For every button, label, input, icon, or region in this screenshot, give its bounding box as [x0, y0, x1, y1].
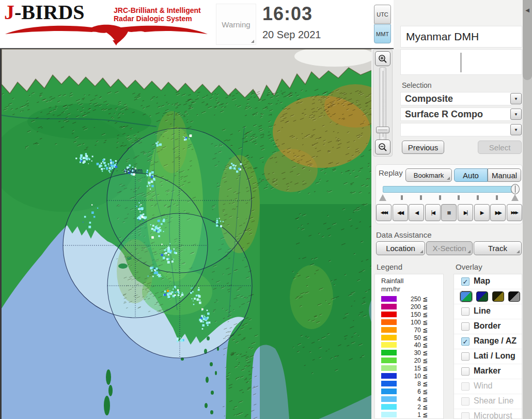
legend-color-swatch: [381, 335, 397, 340]
map-scheme-swatch-1[interactable]: [460, 291, 472, 302]
legend-operator: ≦: [423, 327, 428, 334]
overlay-item-label: Map: [474, 276, 490, 286]
button-label: Track: [488, 244, 507, 253]
zoom-in-button[interactable]: [375, 51, 390, 66]
step-forward-button[interactable]: ▶|: [458, 204, 473, 221]
legend-color-swatch: [381, 312, 397, 317]
header-bar: J-BIRDS JRC-Brilliant & Intelligent Rada…: [0, 0, 394, 49]
line-checkbox[interactable]: [461, 307, 470, 316]
forward-button[interactable]: ▶▶: [490, 204, 506, 221]
overlay-row: ✓Map: [454, 274, 522, 289]
panel-collapse-tab[interactable]: ◀: [523, 0, 532, 80]
selection-field-3-dropdown[interactable]: ▼: [510, 124, 522, 135]
overlay-panel: ✓MapLineBorder✓Range / AZLati / LongMark…: [453, 274, 522, 419]
overlay-row: Shear Line: [454, 394, 522, 409]
warning-button[interactable]: Warning: [216, 4, 256, 45]
zoom-out-button[interactable]: [375, 139, 390, 154]
selection-field-3[interactable]: [400, 123, 522, 136]
overlay-item-label: Wind: [474, 381, 492, 391]
overlay-row: Microburst: [454, 409, 522, 419]
legend-value: 30: [398, 349, 421, 356]
play-backward-button[interactable]: ◀: [409, 204, 424, 221]
slider-tick: [496, 195, 498, 200]
forward-fast-button[interactable]: ▶▶▶: [507, 204, 522, 221]
stop-button[interactable]: ■: [441, 204, 457, 221]
legend-value: 8: [398, 380, 421, 387]
overlay-row: ✓Range / AZ: [454, 334, 522, 349]
selection-field-1-dropdown[interactable]: ▼: [510, 93, 522, 104]
replay-slider-track[interactable]: [383, 186, 516, 193]
bookmark-button[interactable]: Bookmark: [405, 168, 452, 182]
legend-operator: ≦: [423, 319, 428, 326]
legend-value: 40: [398, 342, 421, 349]
eagle-icon: [4, 23, 209, 45]
map-color-scheme-row: [454, 289, 522, 304]
zoom-slider-handle[interactable]: [376, 127, 389, 133]
replay-slider-handle[interactable]: [511, 184, 520, 194]
station-name: Myanmar DMH: [400, 26, 522, 48]
track-button[interactable]: Track: [474, 241, 522, 255]
legend-title: Legend: [377, 262, 402, 271]
utc-button[interactable]: UTC: [374, 5, 391, 24]
legend-row: 2≦: [375, 403, 443, 411]
range-az-checkbox[interactable]: ✓: [461, 337, 470, 346]
legend-value: 2: [398, 404, 421, 411]
timezone-toggle: UTC MMT: [374, 5, 391, 44]
select-button[interactable]: Select: [478, 141, 522, 154]
legend-row: 250≦: [375, 295, 443, 303]
legend-operator: ≦: [423, 380, 428, 387]
legend-value: 6: [398, 388, 421, 395]
slider-start-marker[interactable]: [379, 194, 386, 201]
legend-value: 250: [398, 296, 421, 303]
legend-value: 4: [398, 396, 421, 403]
legend-operator: ≦: [423, 388, 428, 395]
map-scheme-swatch-2[interactable]: [476, 291, 488, 302]
selection-field-2[interactable]: Surface R Compo: [400, 107, 522, 121]
legend-row: 10≦: [375, 372, 443, 380]
legend-row: 20≦: [375, 356, 443, 364]
legend-color-swatch: [381, 389, 397, 394]
legend-operator: ≦: [423, 311, 428, 318]
previous-button[interactable]: Previous: [402, 141, 444, 154]
overlay-item-label: Range / AZ: [474, 336, 517, 346]
warning-label: Warning: [222, 20, 250, 29]
overlay-row: Border: [454, 319, 522, 334]
slider-end-marker[interactable]: [511, 194, 519, 201]
map-scheme-swatch-3[interactable]: [492, 291, 504, 302]
overlay-row: Line: [454, 304, 522, 319]
radar-map-viewport[interactable]: 450km: [0, 49, 371, 419]
auto-mode-button[interactable]: Auto: [454, 168, 488, 182]
legend-row: 70≦: [375, 326, 443, 334]
overlay-row: Marker: [454, 364, 522, 379]
rewind-button[interactable]: ◀◀: [393, 204, 408, 221]
legend-value: 15: [398, 365, 421, 372]
corner-triangle-icon: [420, 250, 423, 253]
map-checkbox[interactable]: ✓: [461, 277, 470, 286]
legend-color-swatch: [381, 396, 397, 402]
play-button[interactable]: ▶: [474, 204, 490, 221]
map-scheme-swatch-4[interactable]: [508, 291, 520, 302]
step-back-button[interactable]: |◀: [425, 204, 441, 221]
location-button[interactable]: Location: [376, 241, 425, 255]
manual-mode-button[interactable]: Manual: [488, 168, 521, 182]
rewind-fast-button[interactable]: ◀◀◀: [376, 204, 392, 221]
legend-color-swatch: [381, 404, 397, 410]
mmt-button[interactable]: MMT: [374, 24, 391, 43]
logo-subtitle: JRC-Brilliant & Intelligent Radar Dialog…: [114, 6, 201, 23]
button-label: Location: [386, 244, 415, 253]
border-checkbox[interactable]: [461, 322, 470, 331]
marker-checkbox[interactable]: [461, 367, 470, 376]
legend-color-swatch: [381, 327, 397, 333]
legend-value: 200: [398, 303, 421, 311]
legend-color-swatch: [381, 412, 397, 417]
collapse-arrow-icon: ◀: [525, 7, 529, 80]
x-section-button[interactable]: X-Section: [426, 241, 473, 255]
jbirds-logo: J-BIRDS JRC-Brilliant & Intelligent Rada…: [4, 2, 212, 46]
microburst-checkbox: [461, 412, 470, 419]
shear-line-checkbox: [461, 397, 470, 406]
legend-color-swatch: [381, 358, 397, 363]
lati-long-checkbox[interactable]: [461, 352, 470, 361]
legend-unit-line2: mm/hr: [381, 285, 400, 293]
selection-field-2-dropdown[interactable]: ▼: [510, 108, 522, 120]
selection-field-1[interactable]: Composite: [400, 92, 522, 105]
